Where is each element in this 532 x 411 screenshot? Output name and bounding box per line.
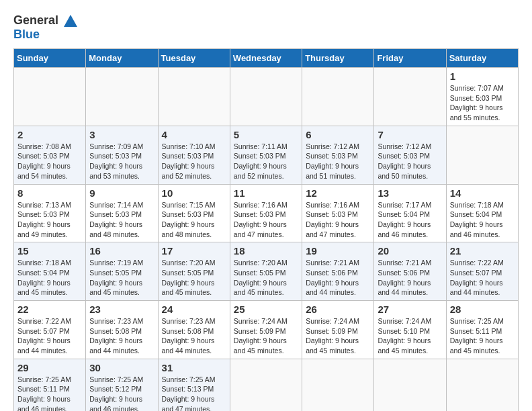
calendar-day: 2Sunrise: 7:08 AMSunset: 5:03 PMDaylight… [14,126,86,184]
weekday-header: Sunday [14,49,86,68]
weekday-header: Monday [86,49,158,68]
calendar-day: 27Sunrise: 7:24 AMSunset: 5:10 PMDayligh… [374,301,446,359]
logo-blue-text: Blue [13,28,40,42]
logo-icon [64,15,77,27]
calendar-table: SundayMondayTuesdayWednesdayThursdayFrid… [13,48,519,411]
day-number: 19 [306,245,370,257]
calendar-day: 15Sunrise: 7:18 AMSunset: 5:04 PMDayligh… [14,242,86,301]
day-info: Sunrise: 7:23 AMSunset: 5:08 PMDaylight:… [162,316,226,356]
calendar-day: 11Sunrise: 7:16 AMSunset: 5:03 PMDayligh… [230,184,302,242]
calendar-day: 10Sunrise: 7:15 AMSunset: 5:03 PMDayligh… [158,184,230,242]
day-info: Sunrise: 7:25 AMSunset: 5:12 PMDaylight:… [89,375,154,411]
calendar-day: 29Sunrise: 7:25 AMSunset: 5:11 PMDayligh… [14,359,86,411]
day-info: Sunrise: 7:15 AMSunset: 5:03 PMDaylight:… [162,200,226,240]
day-info: Sunrise: 7:21 AMSunset: 5:06 PMDaylight:… [306,258,370,298]
calendar-day: 26Sunrise: 7:24 AMSunset: 5:09 PMDayligh… [302,301,374,359]
calendar-week-row: 8Sunrise: 7:13 AMSunset: 5:03 PMDaylight… [14,184,519,242]
day-info: Sunrise: 7:21 AMSunset: 5:06 PMDaylight:… [378,258,442,298]
empty-cell [302,359,374,411]
calendar-day: 24Sunrise: 7:23 AMSunset: 5:08 PMDayligh… [158,301,230,359]
empty-cell [158,68,230,126]
empty-cell [86,68,158,126]
calendar-day: 5Sunrise: 7:11 AMSunset: 5:03 PMDaylight… [230,126,302,184]
calendar-day: 12Sunrise: 7:16 AMSunset: 5:03 PMDayligh… [302,184,374,242]
day-number: 15 [17,245,82,257]
calendar-day: 9Sunrise: 7:14 AMSunset: 5:03 PMDaylight… [86,184,158,242]
weekday-header: Friday [374,49,446,68]
day-info: Sunrise: 7:25 AMSunset: 5:11 PMDaylight:… [17,375,82,411]
calendar-day: 20Sunrise: 7:21 AMSunset: 5:06 PMDayligh… [374,242,446,301]
day-number: 1 [450,71,515,82]
day-info: Sunrise: 7:07 AMSunset: 5:03 PMDaylight:… [450,83,515,123]
calendar-week-row: 22Sunrise: 7:22 AMSunset: 5:07 PMDayligh… [14,301,519,359]
day-number: 13 [378,187,442,199]
day-info: Sunrise: 7:25 AMSunset: 5:11 PMDaylight:… [450,316,515,356]
day-number: 20 [378,245,442,257]
day-number: 25 [234,304,298,315]
logo: General Blue [13,13,77,42]
calendar-day: 21Sunrise: 7:22 AMSunset: 5:07 PMDayligh… [446,242,518,301]
calendar-day: 14Sunrise: 7:18 AMSunset: 5:04 PMDayligh… [446,184,518,242]
calendar-week-row: 1Sunrise: 7:07 AMSunset: 5:03 PMDaylight… [14,68,519,126]
day-number: 18 [234,245,298,257]
day-number: 31 [162,362,226,373]
empty-cell [374,359,446,411]
weekday-header: Saturday [446,49,518,68]
empty-cell [230,359,302,411]
day-number: 11 [234,187,298,199]
calendar-day: 7Sunrise: 7:12 AMSunset: 5:03 PMDaylight… [374,126,446,184]
calendar-day: 8Sunrise: 7:13 AMSunset: 5:03 PMDaylight… [14,184,86,242]
logo-general-text: General [13,13,58,28]
day-number: 14 [450,187,515,199]
day-number: 16 [89,245,154,257]
calendar-day: 17Sunrise: 7:20 AMSunset: 5:05 PMDayligh… [158,242,230,301]
day-number: 5 [234,129,298,140]
day-info: Sunrise: 7:16 AMSunset: 5:03 PMDaylight:… [234,200,298,240]
day-info: Sunrise: 7:20 AMSunset: 5:05 PMDaylight:… [234,258,298,298]
calendar-day: 18Sunrise: 7:20 AMSunset: 5:05 PMDayligh… [230,242,302,301]
day-number: 24 [162,304,226,315]
empty-cell [374,68,446,126]
calendar-day: 31Sunrise: 7:25 AMSunset: 5:13 PMDayligh… [158,359,230,411]
calendar-day: 28Sunrise: 7:25 AMSunset: 5:11 PMDayligh… [446,301,518,359]
day-number: 21 [450,245,515,257]
calendar-day: 1Sunrise: 7:07 AMSunset: 5:03 PMDaylight… [446,68,518,126]
day-number: 26 [306,304,370,315]
empty-cell [446,126,518,184]
weekday-header: Thursday [302,49,374,68]
empty-cell [14,68,86,126]
day-number: 7 [378,129,442,140]
day-info: Sunrise: 7:22 AMSunset: 5:07 PMDaylight:… [17,316,82,356]
calendar-day: 19Sunrise: 7:21 AMSunset: 5:06 PMDayligh… [302,242,374,301]
calendar-day: 3Sunrise: 7:09 AMSunset: 5:03 PMDaylight… [86,126,158,184]
day-info: Sunrise: 7:18 AMSunset: 5:04 PMDaylight:… [450,200,515,240]
day-info: Sunrise: 7:19 AMSunset: 5:05 PMDaylight:… [89,258,154,298]
day-number: 28 [450,304,515,315]
calendar-header-row: SundayMondayTuesdayWednesdayThursdayFrid… [14,49,519,68]
day-info: Sunrise: 7:12 AMSunset: 5:03 PMDaylight:… [306,142,370,181]
day-info: Sunrise: 7:10 AMSunset: 5:03 PMDaylight:… [162,142,226,181]
day-number: 17 [162,245,226,257]
calendar-day: 16Sunrise: 7:19 AMSunset: 5:05 PMDayligh… [86,242,158,301]
day-info: Sunrise: 7:16 AMSunset: 5:03 PMDaylight:… [306,200,370,240]
calendar-day: 13Sunrise: 7:17 AMSunset: 5:04 PMDayligh… [374,184,446,242]
weekday-header: Tuesday [158,49,230,68]
day-info: Sunrise: 7:24 AMSunset: 5:09 PMDaylight:… [234,316,298,356]
day-info: Sunrise: 7:18 AMSunset: 5:04 PMDaylight:… [17,258,82,298]
day-info: Sunrise: 7:17 AMSunset: 5:04 PMDaylight:… [378,200,442,240]
day-number: 27 [378,304,442,315]
weekday-header: Wednesday [230,49,302,68]
day-number: 12 [306,187,370,199]
empty-cell [446,359,518,411]
calendar-day: 23Sunrise: 7:23 AMSunset: 5:08 PMDayligh… [86,301,158,359]
day-info: Sunrise: 7:09 AMSunset: 5:03 PMDaylight:… [89,142,154,181]
empty-cell [230,68,302,126]
day-info: Sunrise: 7:25 AMSunset: 5:13 PMDaylight:… [162,375,226,411]
calendar-day: 22Sunrise: 7:22 AMSunset: 5:07 PMDayligh… [14,301,86,359]
day-info: Sunrise: 7:12 AMSunset: 5:03 PMDaylight:… [378,142,442,181]
day-number: 4 [162,129,226,140]
day-info: Sunrise: 7:11 AMSunset: 5:03 PMDaylight:… [234,142,298,181]
day-info: Sunrise: 7:14 AMSunset: 5:03 PMDaylight:… [89,200,154,240]
day-number: 29 [17,362,82,373]
day-info: Sunrise: 7:13 AMSunset: 5:03 PMDaylight:… [17,200,82,240]
